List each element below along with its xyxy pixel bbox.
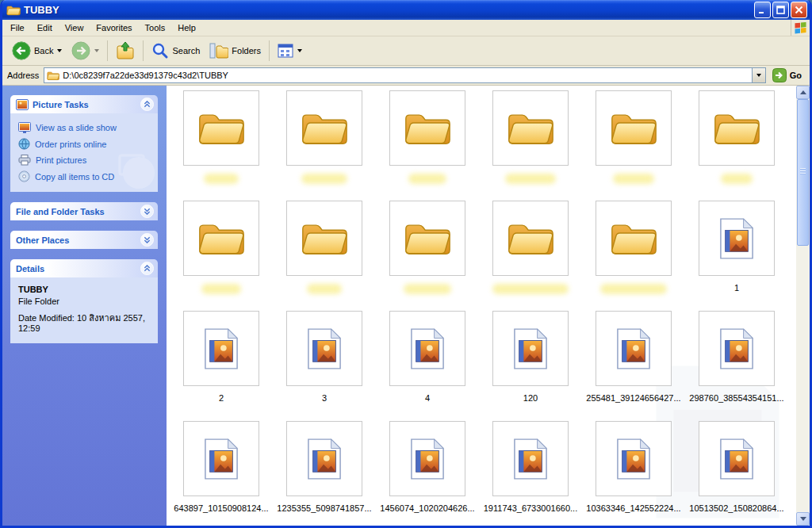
folder-item[interactable] (273, 197, 376, 308)
image-item[interactable]: 4 (376, 308, 479, 418)
folder-item[interactable] (479, 87, 582, 197)
folder-icon (713, 109, 760, 147)
image-item[interactable]: 255481_39124656427... (582, 308, 685, 418)
censored-file-label (301, 174, 347, 184)
thumbnail-frame[interactable] (699, 201, 775, 276)
search-button[interactable]: Search (147, 40, 205, 62)
task-item-print-pictures[interactable]: Print pictures (16, 152, 155, 168)
thumbnail-frame[interactable] (492, 201, 569, 276)
up-folder-icon (116, 41, 135, 60)
collapse-chevron-icon[interactable] (140, 262, 154, 275)
thumbnail-frame[interactable] (183, 90, 259, 166)
image-item[interactable]: 1235355_5098741857... (273, 418, 376, 526)
menu-tools[interactable]: Tools (139, 21, 172, 35)
thumbnail-frame[interactable] (596, 311, 672, 386)
folder-item[interactable] (170, 197, 273, 308)
image-item[interactable]: 1911743_6733001660... (479, 418, 582, 526)
task-item-view-as-a-slide-show[interactable]: View as a slide show (16, 120, 155, 136)
thumbnail-frame[interactable] (699, 311, 775, 386)
folders-icon (209, 42, 228, 59)
thumbnail-frame[interactable] (183, 311, 259, 386)
thumbnail-frame[interactable] (699, 421, 775, 496)
file-label: 4 (425, 393, 430, 403)
thumbnail-frame[interactable] (389, 421, 465, 496)
scrollbar-thumb[interactable] (797, 99, 809, 246)
file-folder-tasks-header[interactable]: File and Folder Tasks (10, 202, 158, 220)
image-item[interactable]: 10513502_150820864... (685, 418, 788, 526)
thumbnail-frame[interactable] (596, 90, 672, 166)
details-folder-name: TUBBY (18, 285, 150, 294)
image-item[interactable]: 298760_38554354151... (685, 308, 788, 418)
thumbnail-frame[interactable] (286, 90, 362, 166)
scrollbar-track[interactable] (796, 99, 810, 512)
folder-item[interactable] (376, 87, 479, 197)
menu-help[interactable]: Help (171, 21, 202, 35)
image-item[interactable]: 120 (479, 308, 582, 418)
thumbnail-frame[interactable] (183, 421, 259, 496)
minimize-button[interactable] (754, 2, 771, 18)
image-item[interactable]: 3 (273, 308, 376, 418)
folder-item[interactable] (582, 197, 685, 308)
address-input[interactable]: D:\0c8239f7a22de33d91379c43d2\TUBBY (44, 67, 765, 83)
scroll-up-button[interactable] (796, 86, 810, 99)
folder-icon (404, 220, 451, 258)
window-title: TUBBY (24, 4, 753, 16)
forward-button[interactable] (67, 39, 104, 63)
folder-item[interactable] (170, 87, 273, 197)
folder-item[interactable] (376, 197, 479, 308)
toolbar-separator (107, 40, 108, 61)
up-button[interactable] (111, 39, 140, 63)
other-places-header[interactable]: Other Places (10, 231, 158, 249)
back-button[interactable]: Back (7, 39, 67, 63)
thumbnail-frame[interactable] (286, 311, 362, 386)
image-item[interactable]: 2 (170, 308, 273, 418)
image-item[interactable]: 1 (685, 197, 788, 308)
folder-item[interactable] (685, 87, 788, 197)
file-label: 2 (219, 393, 224, 403)
folder-icon (301, 220, 348, 258)
thumbnail-frame[interactable] (596, 421, 672, 496)
thumbnail-frame[interactable] (492, 311, 569, 386)
picture-tasks-header[interactable]: Picture Tasks (10, 95, 158, 113)
thumbnail-frame[interactable] (183, 201, 259, 276)
thumbnail-frame[interactable] (492, 90, 569, 166)
task-item-copy-all-items-to-cd[interactable]: Copy all items to CD (16, 168, 155, 185)
menu-file[interactable]: File (4, 21, 31, 35)
maximize-button[interactable] (772, 2, 789, 18)
address-folder-icon (47, 71, 59, 81)
image-item[interactable]: 1456074_1020204626... (376, 418, 479, 526)
censored-file-label (404, 284, 451, 294)
thumbnail-frame[interactable] (699, 90, 775, 166)
print-icon (18, 155, 31, 166)
scroll-down-button[interactable] (796, 512, 810, 526)
menu-view[interactable]: View (59, 21, 90, 35)
titlebar[interactable]: TUBBY (2, 0, 810, 20)
thumbnail-frame[interactable] (389, 201, 465, 276)
image-item[interactable]: 643897_10150908124... (170, 418, 273, 526)
menu-favorites[interactable]: Favorites (90, 21, 138, 35)
folders-button[interactable]: Folders (205, 40, 266, 62)
folder-item[interactable] (582, 87, 685, 197)
thumbnail-frame[interactable] (492, 421, 569, 496)
address-label: Address (7, 71, 39, 80)
menu-edit[interactable]: Edit (31, 21, 59, 35)
close-button[interactable] (791, 2, 807, 18)
vertical-scrollbar[interactable] (796, 86, 810, 526)
thumbnail-frame[interactable] (286, 201, 362, 276)
go-label: Go (790, 71, 802, 80)
thumbnail-frame[interactable] (596, 201, 672, 276)
folder-item[interactable] (479, 197, 582, 308)
expand-chevron-icon[interactable] (140, 233, 154, 247)
task-item-order-prints-online[interactable]: Order prints online (16, 136, 155, 152)
thumbnail-frame[interactable] (286, 421, 362, 496)
image-item[interactable]: 10363346_142552224... (582, 418, 685, 526)
expand-chevron-icon[interactable] (140, 205, 154, 218)
views-button[interactable] (273, 40, 307, 61)
folder-item[interactable] (273, 87, 376, 197)
thumbnail-frame[interactable] (389, 311, 465, 386)
address-dropdown-button[interactable] (752, 68, 765, 82)
details-header[interactable]: Details (10, 259, 158, 277)
collapse-chevron-icon[interactable] (140, 98, 154, 111)
thumbnail-frame[interactable] (389, 90, 465, 166)
go-button[interactable]: Go (771, 68, 806, 82)
